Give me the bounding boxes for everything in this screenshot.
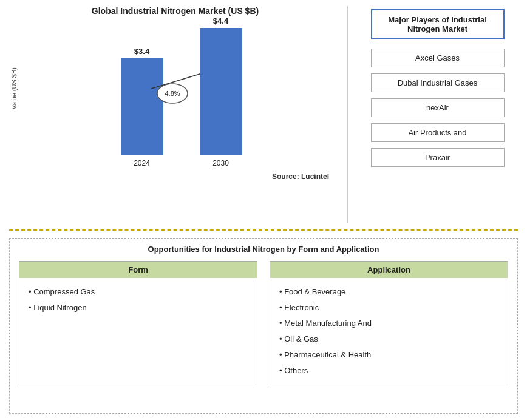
bottom-section: Opportunities for Industrial Nitrogen by… [9,238,518,414]
bar-2024-label: 2024 [134,159,150,168]
bar-2030-value: $4.4 [213,16,228,25]
bars-container: $3.4 2024 [33,40,329,168]
form-header: Form [19,262,257,278]
bar-2030: $4.4 2030 [200,16,242,168]
app-item-4: Pharmaceutical & Health [279,347,401,363]
player-item-2: nexAir [371,98,505,117]
app-item-3: Oil & Gas [279,331,498,347]
app-item-2: Metal Manufacturing And [279,316,401,331]
bar-2030-label: 2030 [212,159,229,168]
form-item-1: Liquid Nitrogen [29,300,248,316]
player-item-4: Praxair [371,148,505,167]
opportunities-title: Opportunities for Industrial Nitrogen by… [19,245,508,254]
form-item-0: Compressed Gas [29,284,248,300]
player-item-3: Air Products and [371,123,505,142]
app-item-1: Electronic [279,300,498,316]
bar-2030-rect [200,28,242,155]
top-section: Global Industrial Nitrogen Market (US $B… [9,6,518,231]
bottom-columns: Form Compressed Gas Liquid Nitrogen Appl… [19,261,508,385]
chart-area: Value (US $B) $3.4 2024 [9,22,341,168]
form-column: Form Compressed Gas Liquid Nitrogen [19,261,257,385]
players-section: Major Players of Industrial Nitrogen Mar… [348,6,518,223]
app-item-5: Others [279,363,498,379]
application-content: Food & Beverage Electronic Metal Manufac… [270,278,508,385]
chart-title: Global Industrial Nitrogen Market (US $B… [92,6,259,16]
y-axis-label: Value (US $B) [10,67,18,110]
bar-2024-value: $3.4 [134,47,149,56]
player-item-1: Dubai Industrial Gases [371,73,505,92]
main-container: Global Industrial Nitrogen Market (US $B… [0,0,527,420]
svg-text:4.8%: 4.8% [165,90,180,97]
chart-section: Global Industrial Nitrogen Market (US $B… [9,6,348,223]
form-content: Compressed Gas Liquid Nitrogen [19,278,257,322]
player-item-0: Axcel Gases [371,49,505,67]
app-item-0: Food & Beverage [279,284,498,300]
application-column: Application Food & Beverage Electronic M… [270,261,508,385]
application-header: Application [270,262,508,278]
players-title: Major Players of Industrial Nitrogen Mar… [371,9,505,39]
source-text: Source: Lucintel [9,172,341,181]
